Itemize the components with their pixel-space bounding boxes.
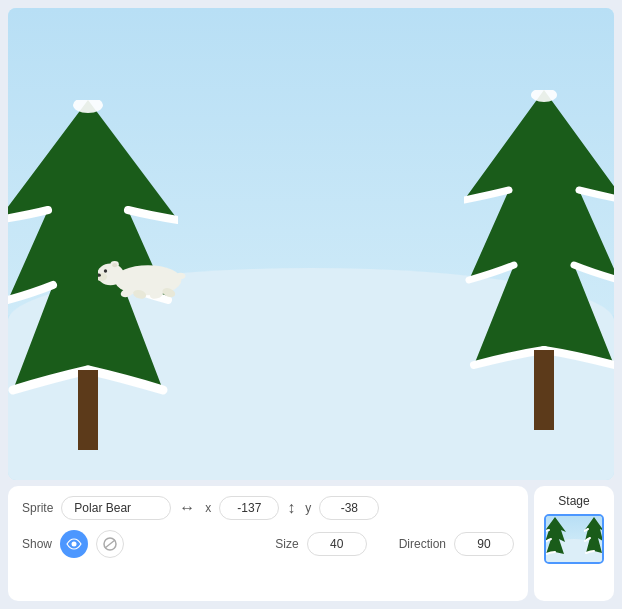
y-label: y (305, 501, 311, 515)
stage-title: Stage (558, 494, 589, 508)
eye-icon (66, 538, 82, 550)
stage-panel: Stage (534, 486, 614, 601)
stage-thumbnail[interactable] (544, 514, 604, 564)
y-value-input[interactable] (319, 496, 379, 520)
svg-rect-4 (534, 350, 554, 430)
x-label: x (205, 501, 211, 515)
show-hidden-button[interactable] (96, 530, 124, 558)
size-label: Size (275, 537, 298, 551)
svg-point-2 (73, 100, 103, 113)
svg-point-10 (104, 269, 107, 272)
sprite-row-2: Show Size (22, 530, 514, 558)
direction-value-input[interactable] (454, 532, 514, 556)
svg-line-20 (105, 540, 115, 548)
thumb-tree-left (544, 517, 566, 557)
stage-canvas (8, 8, 614, 480)
x-axis-icon: ↔ (179, 499, 195, 517)
svg-marker-0 (8, 100, 178, 390)
svg-point-12 (112, 263, 117, 267)
polar-bear-sprite (98, 251, 198, 301)
thumb-tree-right (584, 517, 604, 559)
main-container: Sprite ↔ x ↕ y Show (0, 0, 622, 609)
svg-point-18 (72, 542, 77, 547)
x-value-input[interactable] (219, 496, 279, 520)
show-visible-button[interactable] (60, 530, 88, 558)
y-axis-icon: ↕ (287, 499, 295, 517)
svg-point-17 (176, 272, 186, 279)
svg-point-5 (531, 90, 557, 102)
bottom-panel: Sprite ↔ x ↕ y Show (8, 486, 614, 601)
svg-marker-22 (584, 517, 604, 553)
svg-marker-3 (464, 90, 614, 365)
show-label: Show (22, 537, 52, 551)
direction-label: Direction (399, 537, 446, 551)
size-value-input[interactable] (307, 532, 367, 556)
sprite-row-1: Sprite ↔ x ↕ y (22, 496, 514, 520)
sprite-label: Sprite (22, 501, 53, 515)
svg-rect-1 (78, 370, 98, 450)
no-entry-icon (102, 537, 118, 551)
svg-marker-21 (544, 517, 566, 554)
tree-right (464, 90, 614, 460)
sprite-name-input[interactable] (61, 496, 171, 520)
sprite-controls-panel: Sprite ↔ x ↕ y Show (8, 486, 528, 601)
stage-area (8, 8, 614, 480)
